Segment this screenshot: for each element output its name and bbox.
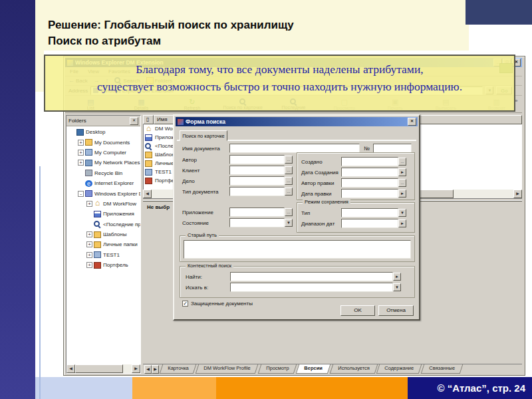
tree-item-my-computer[interactable]: +My Computer [66, 148, 140, 158]
tree-item-приложения[interactable]: Приложения [66, 209, 140, 219]
input-клиент[interactable] [229, 166, 285, 175]
ellipsis-button[interactable]: ... [398, 158, 406, 166]
expand-plus-icon[interactable]: + [86, 252, 92, 258]
tab-card-search[interactable]: Поиск по карточке [180, 130, 227, 141]
input-автор-правки[interactable] [341, 178, 398, 188]
tab-содержание[interactable]: Содержание [376, 364, 422, 374]
input-создано[interactable] [341, 157, 398, 166]
dropdown-button[interactable]: ▼ [285, 219, 293, 227]
tree-item-test1[interactable]: +TEST1 [66, 250, 140, 260]
folders-panel-header: Folders ✕ [66, 116, 140, 126]
slide: Решение: Глобальный поиск по хранилищу П… [0, 0, 532, 399]
scroll-right-icon[interactable]: ▶ [132, 364, 140, 373]
ellipsis-button[interactable]: ... [285, 156, 293, 164]
tab-связанные[interactable]: Связанные [421, 364, 463, 374]
ok-button[interactable]: OK [340, 305, 375, 316]
input-тип[interactable] [341, 208, 398, 217]
dropdown-button[interactable]: ▼ [398, 209, 406, 217]
search-form-dialog: Форма поиска ✕ Поиск по карточке Имя док… [173, 114, 420, 321]
callout-box: Благодаря тому, что все документы наделе… [44, 55, 515, 112]
ellipsis-button[interactable]: ... [285, 188, 293, 196]
collapse-minus-icon[interactable]: - [78, 191, 84, 197]
field-label: Приложение [182, 209, 229, 215]
tree-item-шаблоны[interactable]: +Шаблоны [66, 229, 140, 239]
expand-plus-icon[interactable]: + [86, 231, 92, 237]
tab-версии[interactable]: Версии [296, 364, 331, 374]
ctx-row-найти: Найти:► [186, 272, 412, 281]
cream-background-strip [35, 51, 44, 92]
cancel-button[interactable]: Отмена [378, 305, 414, 316]
tree-item-internet-explorer[interactable]: Internet Explorer [66, 178, 140, 188]
left-fields-group: Автор...Клиент...Дело...Тип документа... [182, 155, 295, 198]
save-mode-group: Режим сохранения Тип▼Диапазон дат► [297, 202, 415, 233]
input-состояние[interactable] [229, 218, 285, 227]
scroll-right-icon[interactable]: ▶ [513, 190, 522, 198]
expand-plus-icon[interactable]: + [86, 262, 92, 268]
scroll-left-icon[interactable]: ◀ [143, 190, 152, 198]
type-column-header[interactable]: ▯ [143, 115, 154, 124]
arrow-button[interactable]: ► [398, 190, 406, 198]
briefcase-icon [94, 262, 101, 269]
left-row-тип-документа: Тип документа... [182, 187, 295, 196]
tree-item-личные-папки[interactable]: +Личные папки [66, 239, 140, 249]
dropdown-button[interactable]: ▼ [393, 283, 401, 291]
tree-item-desktop[interactable]: Desktop [66, 127, 140, 137]
dialog-title-text: Форма поиска [186, 118, 225, 125]
protected-documents-checkbox[interactable]: ✓ [182, 301, 188, 307]
tree-item-dm-workflow[interactable]: +DM WorkFlow [66, 199, 140, 209]
ellipsis-button[interactable]: ... [285, 166, 293, 174]
dmext-icon [85, 190, 92, 197]
dialog-title-bar[interactable]: Форма поиска ✕ [176, 117, 418, 126]
folders-close-icon[interactable]: ✕ [130, 117, 138, 125]
ellipsis-button[interactable]: ... [285, 177, 293, 185]
expand-plus-icon[interactable]: + [78, 150, 84, 156]
ellipsis-button[interactable]: ... [285, 208, 293, 216]
input-дата-создания[interactable] [341, 168, 398, 177]
number-label: № [364, 146, 373, 152]
input-диапазон-дат[interactable] [341, 219, 398, 228]
input-найти[interactable] [230, 272, 393, 281]
document-name-input[interactable] [229, 144, 360, 153]
tree-item-label: My Documents [94, 140, 130, 146]
right-row-дата-правки: Дата правки► [301, 189, 412, 198]
decorative-vertical-line [39, 166, 41, 399]
tree-item-портфель[interactable]: +Портфель [66, 260, 140, 270]
folders-hscrollbar[interactable]: ◀ ▶ [66, 364, 140, 373]
tab-просмотр[interactable]: Просмотр [257, 364, 297, 374]
tree-item-my-documents[interactable]: +My Documents [66, 137, 140, 147]
number-input[interactable] [373, 144, 412, 153]
tabs-scroll-left-icon[interactable]: ◀ [144, 365, 152, 374]
input-тип-документа[interactable] [229, 187, 285, 196]
tree-item-последние-правки[interactable]: <Последние правки> [66, 219, 140, 229]
save-row-диапазон-дат: Диапазон дат► [301, 219, 412, 228]
scroll-thumb[interactable] [75, 364, 123, 373]
bottom-tabs: КарточкаDM WorkFlow ProfileПросмотрВерси… [159, 364, 462, 374]
preview-pane-status-text: Не выбр [147, 204, 170, 210]
ellipsis-button[interactable]: ... [398, 179, 406, 187]
dialog-close-icon[interactable]: ✕ [408, 118, 416, 126]
input-дата-правки[interactable] [341, 189, 398, 198]
input-приложение[interactable] [229, 207, 285, 217]
old-path-group-title: Старый путь [186, 232, 219, 238]
expand-plus-icon[interactable]: + [78, 160, 84, 166]
input-дело[interactable] [229, 176, 285, 186]
arrow-button[interactable]: ► [393, 273, 401, 281]
input-автор[interactable] [229, 155, 285, 164]
expand-plus-icon[interactable]: + [78, 140, 84, 146]
arrow-button[interactable]: ► [398, 168, 406, 176]
tree-item-my-network-places[interactable]: +My Network Places [66, 158, 140, 168]
tree-item-label: Личные папки [103, 241, 138, 247]
expand-plus-icon[interactable]: + [86, 241, 92, 247]
field-label: Автор [182, 157, 229, 163]
arrow-button[interactable]: ► [398, 219, 406, 227]
tree-item-recycle-bin[interactable]: Recycle Bin [66, 168, 140, 178]
expand-plus-icon[interactable]: + [86, 201, 92, 207]
tab-используется[interactable]: Используется [329, 364, 377, 374]
tab-dm-workflow-profile[interactable]: DM WorkFlow Profile [196, 364, 259, 374]
old-path-textarea[interactable] [184, 240, 411, 259]
tree-item-windows-explorer-dm-extension[interactable]: -Windows Explorer DM Extension [66, 188, 140, 198]
tab-карточка[interactable]: Карточка [160, 364, 197, 374]
scroll-left-icon[interactable]: ◀ [66, 364, 75, 373]
input-искать-в[interactable] [230, 283, 393, 292]
tabs-scroll-right-icon[interactable]: ▶ [152, 365, 159, 374]
